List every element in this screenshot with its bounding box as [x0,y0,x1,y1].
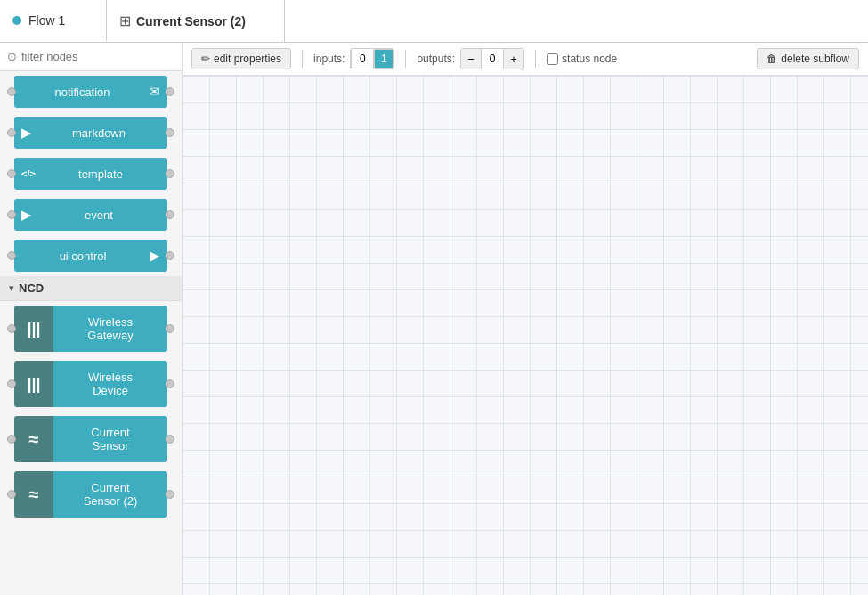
section-header-ncd[interactable]: ▾ NCD [0,276,182,301]
connector-right-ui-control [166,251,174,260]
node-item-notification[interactable]: notification ✉ [7,76,174,108]
connector-left-wireless-device [7,379,16,388]
filter-bar: ⊙ [0,43,182,71]
ncd-icon-area-current-sensor: ≈ [14,416,53,462]
node-body-event: ▶ event [14,199,167,231]
main-area: ⊙ notification ✉ ▶ markdown [0,43,868,595]
node-body-notification: notification ✉ [14,76,167,108]
canvas [183,76,868,595]
outputs-section: outputs: − 0 + [417,48,524,69]
inputs-val1: 1 [374,49,393,69]
subflow-label: Current Sensor (2) [136,14,246,29]
node-item-ui-control[interactable]: ui control ▶ [7,240,174,272]
section-arrow-ncd: ▾ [9,282,14,294]
ncd-label-current-sensor-2: CurrentSensor (2) [84,481,138,508]
pencil-icon: ✏ [201,53,210,65]
inputs-label: inputs: [313,53,345,65]
node-label-event: event [37,208,160,222]
connector-left-markdown [7,128,16,137]
connector-left-template [7,169,16,178]
connector-left-wireless-gateway [7,324,16,333]
node-item-current-sensor[interactable]: ≈ CurrentSensor [7,416,174,462]
code-icon-template: </> [21,168,36,179]
delete-subflow-button[interactable]: 🗑 delete subflow [757,48,859,69]
connector-left-notification [7,87,16,96]
node-label-markdown: markdown [37,126,160,140]
connector-right-wireless-gateway [166,324,174,333]
ncd-label-area-current-sensor: CurrentSensor [53,416,167,462]
ncd-icon-area-current-sensor-2: ≈ [14,471,53,518]
connector-left-event [7,210,16,219]
node-item-wireless-gateway[interactable]: ||| WirelessGateway [7,306,174,352]
sidebar: ⊙ notification ✉ ▶ markdown [0,43,183,595]
ncd-icon-area-wireless-gateway: ||| [14,306,53,352]
connector-left-current-sensor-2 [7,490,16,499]
ncd-body-current-sensor-2: ≈ CurrentSensor (2) [14,471,167,518]
inputs-section: inputs: 0 1 [313,48,394,69]
top-bar: Flow 1 ⊞ Current Sensor (2) [0,0,868,43]
node-body-template: </> template [14,158,167,190]
connector-right-wireless-device [166,379,174,388]
node-item-markdown[interactable]: ▶ markdown [7,117,174,149]
connector-right-notification [166,87,174,96]
mail-icon: ✉ [149,84,160,100]
connector-left-current-sensor [7,435,16,444]
outputs-decrement-button[interactable]: − [461,49,481,69]
ncd-wave-icon-sensor: ≈ [29,429,39,450]
status-node-label: status node [562,53,617,65]
canvas-container: ✏ edit properties inputs: 0 1 outputs: − [183,43,868,595]
connector-right-template [166,169,174,178]
connector-right-markdown [166,128,174,137]
ncd-antenna-icon-device: ||| [27,375,40,394]
tab-flow1[interactable]: Flow 1 [0,0,107,42]
ncd-label-area-wireless-device: WirelessDevice [53,361,167,407]
tab-label: Flow 1 [28,13,65,28]
outputs-increment-button[interactable]: + [504,49,523,69]
app-container: Flow 1 ⊞ Current Sensor (2) ⊙ notificati… [0,0,868,595]
status-node-section: status node [547,53,617,65]
section-label-ncd: NCD [19,281,44,295]
connector-right-current-sensor [166,435,174,444]
separator-3 [535,50,536,68]
ncd-label-area-current-sensor-2: CurrentSensor (2) [53,471,167,518]
node-item-current-sensor-2[interactable]: ≈ CurrentSensor (2) [7,471,174,518]
node-item-wireless-device[interactable]: ||| WirelessDevice [7,361,174,407]
delete-subflow-label: delete subflow [781,53,849,65]
node-item-event[interactable]: ▶ event [7,199,174,231]
edit-properties-button[interactable]: ✏ edit properties [191,48,291,69]
node-body-markdown: ▶ markdown [14,117,167,149]
filter-input[interactable] [21,50,174,63]
ncd-icon-area-wireless-device: ||| [14,361,53,407]
status-node-checkbox[interactable] [547,53,558,65]
separator-2 [405,50,406,68]
ncd-label-current-sensor: CurrentSensor [91,426,129,452]
outputs-label: outputs: [417,53,455,65]
toolbar: ✏ edit properties inputs: 0 1 outputs: − [183,43,868,76]
ncd-body-wireless-device: ||| WirelessDevice [14,361,167,407]
trash-icon: 🗑 [767,53,777,65]
node-label-template: template [41,167,160,181]
arrow-icon-markdown: ▶ [21,125,32,141]
node-body-ui-control: ui control ▶ [14,240,167,272]
ncd-body-current-sensor: ≈ CurrentSensor [14,416,167,462]
filter-icon: ⊙ [7,50,17,63]
subflow-icon: ⊞ [119,12,131,29]
node-label-notification: notification [21,86,143,99]
separator-1 [302,50,303,68]
outputs-val: 0 [481,49,504,69]
outputs-counter: − 0 + [460,48,524,69]
node-item-template[interactable]: </> template [7,158,174,190]
edit-properties-label: edit properties [214,53,281,65]
ncd-label-area-wireless-gateway: WirelessGateway [53,306,167,352]
connector-right-event [166,210,174,219]
ncd-body-wireless-gateway: ||| WirelessGateway [14,306,167,352]
inputs-val0: 0 [351,49,374,69]
connector-left-ui-control [7,251,16,260]
inputs-counter: 0 1 [350,48,394,69]
ncd-label-wireless-device: WirelessDevice [88,371,133,397]
ncd-antenna-icon-gateway: ||| [27,320,40,338]
tab-dot [12,16,21,25]
canvas-grid [183,76,868,595]
connector-right-current-sensor-2 [166,490,174,499]
subflow-tab[interactable]: ⊞ Current Sensor (2) [107,0,285,42]
